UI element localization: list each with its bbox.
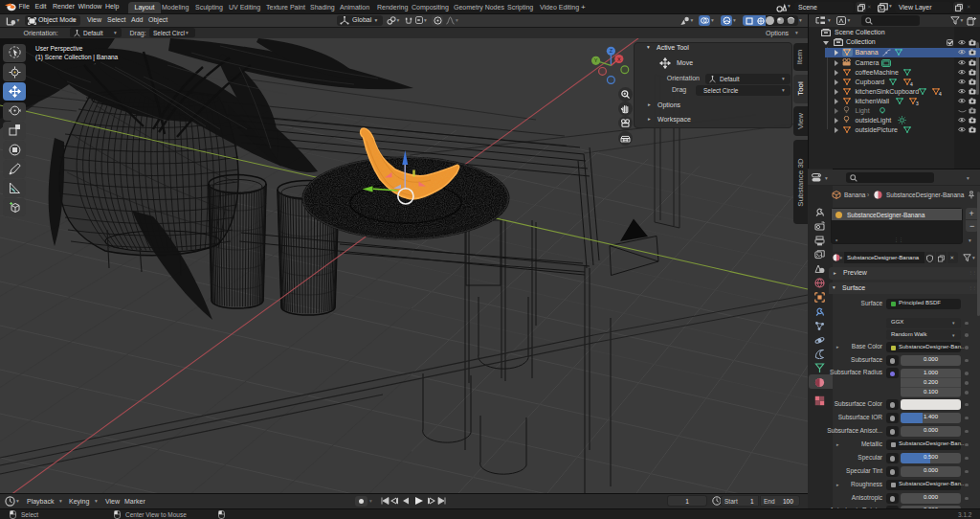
svg-text:X: X — [617, 56, 621, 62]
svg-text:Y: Y — [594, 57, 598, 63]
